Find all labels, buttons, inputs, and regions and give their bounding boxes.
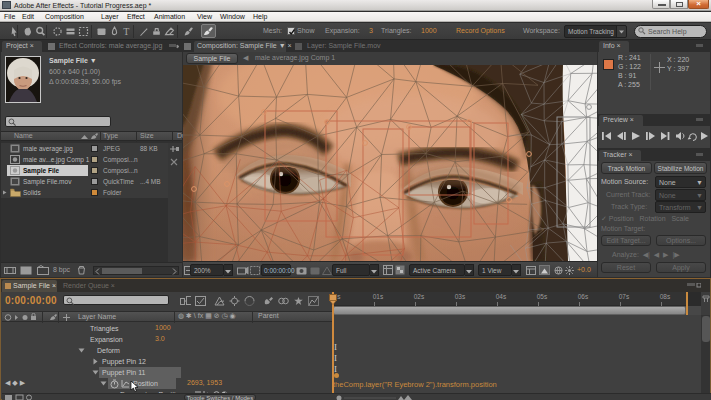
svg-text:T: T bbox=[123, 26, 129, 37]
